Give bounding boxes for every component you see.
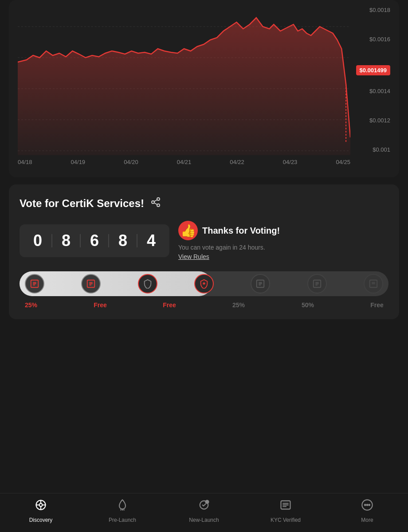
reward-icon-4: [194, 274, 214, 293]
share-icon[interactable]: [150, 197, 161, 210]
x-label-1: 04/18: [18, 159, 32, 165]
nav-label-kyc: KYC Verified: [271, 517, 301, 523]
thanks-subtitle: You can vote again in 24 hours.: [178, 244, 388, 251]
vote-section: Vote for CertiK Services! 0 8 6 8 4 👍 Th…: [9, 184, 399, 319]
reward-labels: 25% Free Free 25% 50% Free: [20, 301, 388, 309]
y-label-1: $0.0018: [355, 7, 390, 13]
more-icon: [361, 499, 373, 514]
y-label-3: $0.0014: [355, 88, 390, 94]
x-label-2: 04/19: [71, 159, 86, 165]
prelaunch-icon: [116, 499, 129, 514]
thanks-icon: 👍: [178, 221, 198, 240]
bottom-spacer: [0, 326, 408, 375]
reward-icon-7: [364, 274, 383, 293]
discovery-icon: [35, 499, 47, 514]
reward-icon-1: [25, 274, 44, 293]
thanks-title: Thanks for Voting!: [202, 226, 280, 236]
current-price-tag: $0.001499: [356, 65, 390, 75]
nav-item-discovery[interactable]: Discovery: [0, 499, 82, 523]
reward-icon-2: [81, 274, 101, 293]
reward-icon-6: [307, 274, 327, 293]
nav-item-kyc[interactable]: KYC Verified: [245, 499, 326, 523]
reward-label-1: 25%: [21, 301, 41, 309]
reward-label-3: Free: [160, 301, 179, 309]
svg-line-10: [154, 200, 157, 202]
reward-icon-5: [251, 274, 270, 293]
x-label-3: 04/20: [124, 159, 138, 165]
x-label-4: 04/21: [177, 159, 192, 165]
view-rules-link[interactable]: View Rules: [178, 253, 209, 260]
newlaunch-icon: +: [198, 499, 210, 514]
reward-label-2: Free: [90, 301, 110, 309]
bottom-nav: Discovery Pre-Launch + New-Launch: [0, 493, 408, 532]
chart-x-labels: 04/18 04/19 04/20 04/21 04/22 04/23 04/2…: [18, 155, 390, 165]
chart-area: $0.0018 $0.0016 $0.001499 $0.0014 $0.001…: [18, 4, 390, 155]
vote-title: Vote for CertiK Services!: [20, 197, 144, 210]
nav-label-prelaunch: Pre-Launch: [109, 517, 136, 523]
svg-point-47: [365, 505, 366, 506]
svg-text:+: +: [206, 501, 208, 503]
reward-icons: [23, 274, 385, 293]
reward-track: [20, 271, 388, 296]
kyc-icon: [279, 499, 292, 514]
x-label-5: 04/22: [230, 159, 244, 165]
reward-icon-3: [138, 274, 157, 293]
vote-header: Vote for CertiK Services!: [20, 197, 388, 210]
digit-3: 8: [114, 231, 132, 250]
chart-section: $0.0018 $0.0016 $0.001499 $0.0014 $0.001…: [9, 0, 399, 177]
svg-line-9: [154, 203, 157, 205]
nav-item-newlaunch[interactable]: + New-Launch: [163, 499, 245, 523]
vote-content: 0 8 6 8 4 👍 Thanks for Voting! You can v…: [20, 221, 388, 261]
nav-label-newlaunch: New-Launch: [189, 517, 219, 523]
x-label-7: 04/25: [336, 159, 350, 165]
svg-point-48: [367, 505, 368, 506]
y-label-4: $0.0012: [355, 117, 390, 124]
svg-point-49: [369, 505, 370, 506]
y-label-5: $0.001: [355, 146, 390, 153]
digit-0: 0: [28, 231, 47, 250]
reward-label-5: 50%: [298, 301, 318, 309]
nav-item-more[interactable]: More: [326, 499, 408, 523]
thanks-header: 👍 Thanks for Voting!: [178, 221, 388, 240]
chart-svg-wrapper: [18, 4, 350, 155]
svg-point-31: [39, 504, 43, 507]
chart-y-labels: $0.0018 $0.0016 $0.001499 $0.0014 $0.001…: [355, 4, 390, 155]
y-label-2: $0.0016: [355, 36, 390, 43]
nav-item-prelaunch[interactable]: Pre-Launch: [82, 499, 163, 523]
x-label-6: 04/23: [283, 159, 298, 165]
digit-2: 6: [85, 231, 104, 250]
vote-counter: 0 8 6 8 4: [20, 224, 169, 257]
digit-1: 8: [57, 231, 75, 250]
digit-4: 4: [142, 231, 161, 250]
nav-label-more: More: [361, 517, 373, 523]
vote-thanks: 👍 Thanks for Voting! You can vote again …: [178, 221, 388, 261]
chart-container: $0.0018 $0.0016 $0.001499 $0.0014 $0.001…: [18, 4, 390, 173]
nav-label-discovery: Discovery: [29, 517, 53, 523]
reward-bar-container: 25% Free Free 25% 50% Free: [20, 271, 388, 309]
reward-label-6: Free: [367, 301, 387, 309]
reward-label-4: 25%: [229, 301, 248, 309]
